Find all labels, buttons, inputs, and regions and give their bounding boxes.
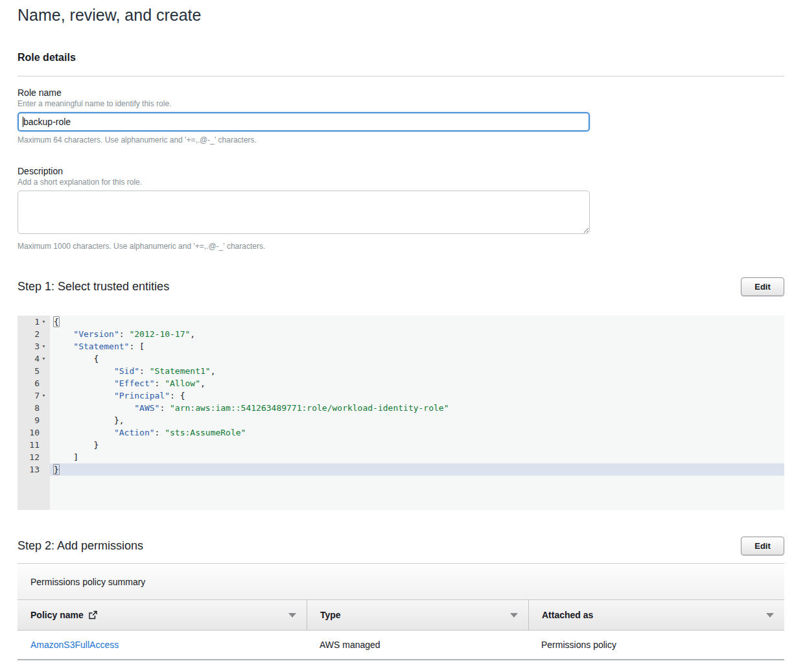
code-line: "Version": "2012-10-17", (50, 328, 784, 340)
gutter-line: 11 (18, 439, 50, 451)
gutter-line: 13 (18, 463, 50, 476)
attached-as-header-label: Attached as (542, 610, 593, 620)
code-line: }, (50, 414, 784, 426)
fold-arrow-icon[interactable]: ▾ (40, 316, 48, 328)
code-line: "Statement": [ (50, 340, 784, 353)
gutter-line: 4▾ (18, 353, 50, 365)
column-header-type[interactable]: Type (307, 600, 528, 630)
section-divider (18, 76, 784, 76)
code-line: "Effect": "Allow", (50, 377, 784, 389)
policy-name-link[interactable]: AmazonS3FullAccess (30, 640, 119, 650)
code-line: ] (50, 451, 784, 463)
external-link-icon (88, 610, 97, 620)
gutter-line: 5 (18, 365, 50, 377)
code-line: } (50, 463, 784, 476)
code-line: "Principal": { (50, 389, 784, 402)
gutter-line: 10 (18, 426, 50, 439)
code-line: { (50, 353, 784, 365)
fold-arrow-icon[interactable]: ▾ (40, 353, 48, 365)
policy-name-header-label: Policy name (30, 610, 84, 620)
gutter-line: 7▾ (18, 389, 50, 402)
code-line: "AWS": "arn:aws:iam::541263489771:role/w… (50, 402, 784, 414)
gutter-line: 3▾ (18, 340, 50, 353)
description-constraint: Maximum 1000 characters. Use alphanumeri… (18, 242, 784, 251)
fold-arrow-icon[interactable]: ▾ (40, 389, 48, 402)
role-name-help: Enter a meaningful name to identify this… (18, 99, 784, 108)
step2-heading: Step 2: Add permissions (18, 539, 143, 553)
role-name-constraint: Maximum 64 characters. Use alphanumeric … (18, 135, 784, 145)
role-name-input-wrap (18, 112, 590, 132)
step1-header-row: Step 1: Select trusted entities Edit (18, 277, 784, 296)
step1-heading: Step 1: Select trusted entities (18, 280, 169, 294)
description-label: Description (18, 166, 784, 176)
editor-code: { "Version": "2012-10-17", "Statement": … (50, 316, 784, 510)
code-line: "Action": "sts:AssumeRole" (50, 426, 784, 439)
attached-as-cell: Permissions policy (528, 631, 784, 659)
gutter-line: 8 (18, 402, 50, 414)
code-line: { (50, 316, 784, 328)
type-header-label: Type (320, 610, 341, 620)
role-name-input[interactable] (18, 112, 590, 132)
table-header-row: Policy name Type Attached as (18, 600, 784, 631)
sort-icon[interactable] (288, 613, 296, 618)
text-caret (23, 117, 23, 127)
gutter-line: 12 (18, 451, 50, 463)
permissions-summary-panel: Permissions policy summary Policy name (18, 563, 784, 660)
code-line: } (50, 439, 784, 451)
step2-edit-button[interactable]: Edit (741, 537, 784, 555)
gutter-line: 1▾ (18, 316, 50, 328)
role-name-label: Role name (18, 87, 784, 98)
role-details-heading: Role details (18, 52, 784, 64)
step2-header-row: Step 2: Add permissions Edit (18, 537, 784, 555)
description-textarea[interactable] (18, 191, 590, 234)
panel-title: Permissions policy summary (18, 564, 784, 600)
gutter-line: 6 (18, 377, 50, 389)
sort-icon[interactable] (510, 613, 518, 618)
policy-editor[interactable]: 1▾23▾4▾567▾8910111213 { "Version": "2012… (18, 316, 784, 510)
fold-arrow-icon[interactable]: ▾ (40, 340, 48, 353)
page-title: Name, review, and create (18, 0, 784, 24)
table-row: AmazonS3FullAccess AWS managed Permissio… (18, 631, 784, 659)
policy-name-cell: AmazonS3FullAccess (18, 631, 307, 659)
editor-gutter: 1▾23▾4▾567▾8910111213 (18, 316, 50, 510)
column-header-attached-as[interactable]: Attached as (528, 600, 784, 630)
description-help: Add a short explanation for this role. (18, 178, 784, 187)
gutter-line: 9 (18, 414, 50, 426)
gutter-line: 2 (18, 328, 50, 340)
column-header-policy-name[interactable]: Policy name (18, 600, 307, 630)
policy-type-cell: AWS managed (307, 631, 528, 659)
code-line: "Sid": "Statement1", (50, 365, 784, 377)
step1-edit-button[interactable]: Edit (741, 277, 784, 296)
sort-icon[interactable] (766, 613, 774, 618)
